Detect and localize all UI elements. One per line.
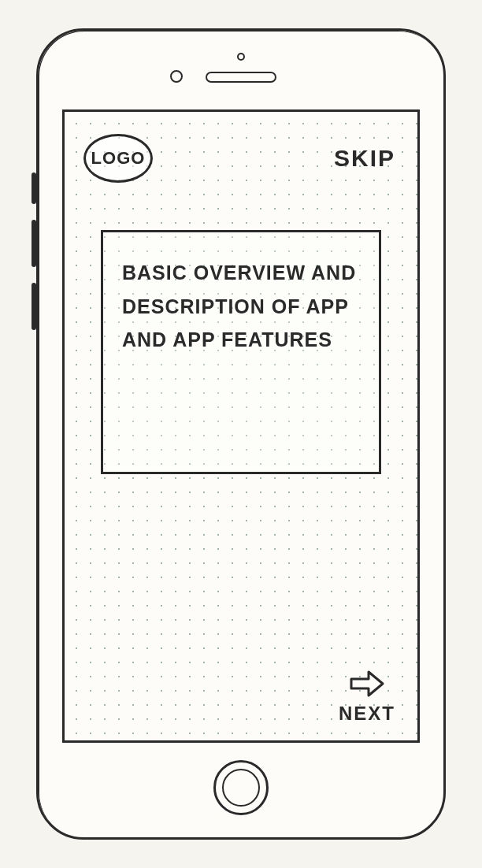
sensor-icon xyxy=(237,53,245,61)
next-label: NEXT xyxy=(339,703,395,725)
content-text: BASIC OVERVIEW AND DESCRIPTION OF APP AN… xyxy=(122,256,360,357)
skip-label: SKIP xyxy=(334,145,395,171)
arrow-right-icon xyxy=(348,668,386,699)
phone-frame: LOGO SKIP BASIC OVERVIEW AND DESCRIPTION… xyxy=(36,28,446,840)
logo-label: LOGO xyxy=(91,148,146,169)
header-row: LOGO SKIP xyxy=(82,131,400,183)
spacer xyxy=(82,474,400,668)
side-button xyxy=(32,172,36,204)
next-button[interactable]: NEXT xyxy=(339,668,395,725)
side-button xyxy=(32,283,36,330)
camera-icon xyxy=(170,70,183,83)
side-button xyxy=(32,220,36,267)
home-button[interactable] xyxy=(213,760,269,815)
speaker-icon xyxy=(206,72,276,83)
skip-button[interactable]: SKIP xyxy=(334,145,395,172)
content-box: BASIC OVERVIEW AND DESCRIPTION OF APP AN… xyxy=(101,230,381,474)
logo: LOGO xyxy=(83,134,153,183)
screen: LOGO SKIP BASIC OVERVIEW AND DESCRIPTION… xyxy=(62,109,420,743)
